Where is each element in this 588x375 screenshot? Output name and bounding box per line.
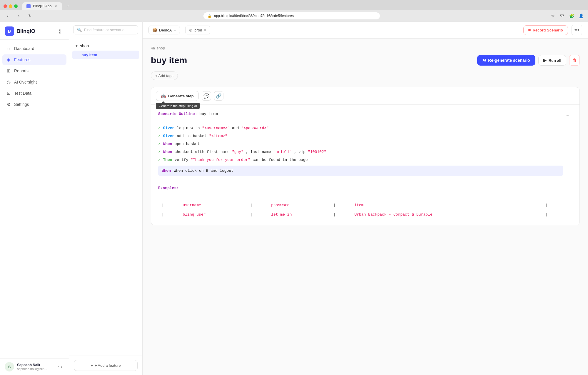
shop-icon: 🛍 (151, 46, 155, 50)
sidebar-item-dashboard[interactable]: ○ Dashboard (2, 43, 66, 54)
step-row-5: ✓ Then verify "Thank you for your order"… (158, 156, 563, 164)
code-block: 🤖 Generate step 💬 🔗 Generate the step us… (151, 87, 580, 225)
step-row-4: ✓ When checkout with first name "guy" , … (158, 148, 563, 156)
col-username: username (179, 201, 246, 210)
features-icon: ◈ (6, 57, 11, 62)
bookmark-icon[interactable]: ☆ (549, 12, 556, 19)
col-password: password (268, 201, 330, 210)
sidebar-item-features[interactable]: ◈ Features (2, 54, 66, 65)
reports-icon: ⊞ (6, 68, 11, 74)
feature-tree: ▼ shop buy item (69, 38, 142, 356)
search-input[interactable] (84, 28, 134, 32)
shield-icon[interactable]: 🛡 (559, 12, 566, 19)
add-feature-section: + + Add a feature (69, 356, 142, 375)
tab-favicon (26, 4, 31, 8)
step-row-2: ✓ Given add to basket "<item>" (158, 132, 563, 140)
tab-close-button[interactable]: ✕ (54, 4, 58, 8)
table-header-row: | username | password | item | (158, 201, 563, 210)
new-tab-button[interactable]: + (64, 3, 71, 10)
fullscreen-button[interactable] (14, 4, 18, 8)
add-feature-button[interactable]: + + Add a feature (74, 360, 138, 371)
address-bar: ‹ › ↻ 🔒 app.blinq.io/66ed9ba4369bab78d16… (0, 10, 588, 22)
link-icon-button[interactable]: 🔗 (214, 91, 223, 101)
scenario-outline-line: Scenario Outline: buy item (158, 111, 563, 117)
close-button[interactable] (4, 4, 7, 8)
generate-step-button[interactable]: 🤖 Generate step (156, 91, 199, 101)
user-info: S Sapnesh Naik sapnesh.naik@blin... (5, 362, 47, 371)
regenerate-scenario-button[interactable]: AI Re-generate scenario (477, 55, 535, 66)
sidebar-item-label: Features (14, 57, 30, 62)
tree-group-header[interactable]: ▼ shop (72, 42, 139, 50)
sidebar-item-label: Test Data (14, 91, 31, 96)
delete-button[interactable]: 🗑 (569, 55, 580, 66)
browser-chrome: BlinqIO App ✕ + ‹ › ↻ 🔒 app.blinq.io/66e… (0, 0, 588, 22)
env-icon: ⊕ (189, 28, 193, 32)
tab-bar: BlinqIO App ✕ + (0, 0, 588, 10)
env-selector[interactable]: ⊕ prod ⇅ (185, 26, 210, 34)
scenario-keyword: Scenario Outline (158, 112, 195, 116)
more-options-button[interactable]: ••• (572, 25, 582, 35)
sidebar-item-ai-oversight[interactable]: ◎ AI Oversight (2, 77, 66, 87)
refresh-button[interactable]: ↻ (26, 12, 34, 20)
regenerate-label: Re-generate scenario (488, 58, 530, 63)
chat-icon-button[interactable]: 💬 (202, 91, 211, 101)
run-all-label: Run all (549, 58, 561, 63)
user-email: sapnesh.naik@blin... (17, 367, 47, 371)
ai-oversight-icon: ◎ (6, 79, 11, 85)
sidebar: B BlinqIO ⟨| ○ Dashboard ◈ Features ⊞ Re… (0, 22, 69, 375)
ai-generate-icon: 🤖 (161, 94, 166, 98)
col-item: item (351, 201, 542, 210)
sidebar-item-test-data[interactable]: ⊡ Test Data (2, 88, 66, 99)
env-selector-label: prod (194, 28, 202, 32)
traffic-lights (4, 4, 18, 8)
dashboard-icon: ○ (6, 46, 11, 51)
tooltip: Generate the step using AI (156, 103, 200, 109)
page-title: buy item (151, 55, 187, 65)
sidebar-header: B BlinqIO ⟨| (0, 22, 69, 40)
add-feature-label: + Add a feature (95, 363, 121, 368)
feature-search: 🔍 (69, 22, 142, 38)
tab-label: BlinqIO App (33, 4, 51, 8)
step-toolbar: 🤖 Generate step 💬 🔗 Generate the step us… (151, 87, 579, 105)
nav-items: ○ Dashboard ◈ Features ⊞ Reports ◎ AI Ov… (0, 40, 69, 358)
cell-password: let_me_in (268, 210, 330, 219)
logo-text: BlinqIO (16, 28, 35, 34)
forward-button[interactable]: › (15, 12, 23, 20)
step-row-highlighted[interactable]: When When click on B and logout (158, 166, 563, 176)
app-selector[interactable]: 📦 DemoA ⌄ (148, 26, 180, 34)
sidebar-item-reports[interactable]: ⊞ Reports (2, 66, 66, 76)
examples-section: Examples: (158, 185, 563, 191)
tree-item-buy-item[interactable]: buy item (72, 51, 139, 59)
play-icon: ▶ (543, 58, 547, 63)
extension-icon[interactable]: 🧩 (568, 12, 575, 19)
add-tags-label: + Add tags (155, 74, 173, 78)
active-tab[interactable]: BlinqIO App ✕ (22, 2, 62, 10)
profile-icon[interactable]: 👤 (577, 12, 584, 19)
url-bar[interactable]: 🔒 app.blinq.io/66ed9ba4369bab78d168cde5/… (203, 12, 380, 19)
step-check-icon: ✓ (158, 124, 161, 132)
breadcrumb: 🛍 shop (151, 46, 580, 50)
logout-button[interactable]: ↪ (56, 363, 64, 371)
collapse-sidebar-button[interactable]: ⟨| (56, 27, 64, 35)
table-data-row: | blinq_user | let_me_in | Urban Backpac… (158, 210, 563, 219)
ai-badge: AI (482, 58, 486, 62)
sidebar-item-label: Dashboard (14, 46, 34, 51)
minimize-button[interactable] (9, 4, 12, 8)
edit-scenario-button[interactable]: ✏ (563, 111, 572, 120)
sidebar-item-settings[interactable]: ⚙ Settings (2, 99, 66, 110)
back-button[interactable]: ‹ (4, 12, 12, 20)
plus-icon: + (91, 363, 93, 368)
content-area: 🛍 shop buy item AI Re-generate scenario … (143, 39, 588, 375)
user-name: Sapnesh Naik (17, 363, 47, 367)
chevron-down-icon: ▼ (75, 44, 78, 48)
search-box[interactable]: 🔍 (73, 25, 138, 34)
test-data-icon: ⊡ (6, 91, 11, 96)
run-all-button[interactable]: ▶ Run all (538, 55, 566, 66)
record-scenario-button[interactable]: Record Scenario (523, 25, 568, 35)
add-tags-button[interactable]: + Add tags (151, 71, 178, 80)
settings-icon: ⚙ (6, 102, 11, 107)
cell-item: Urban Backpack - Compact & Durable (351, 210, 542, 219)
app: B BlinqIO ⟨| ○ Dashboard ◈ Features ⊞ Re… (0, 22, 588, 375)
gherkin-block: Scenario Outline: buy item ✓ Given login… (151, 105, 579, 225)
sidebar-item-label: Settings (14, 102, 29, 107)
